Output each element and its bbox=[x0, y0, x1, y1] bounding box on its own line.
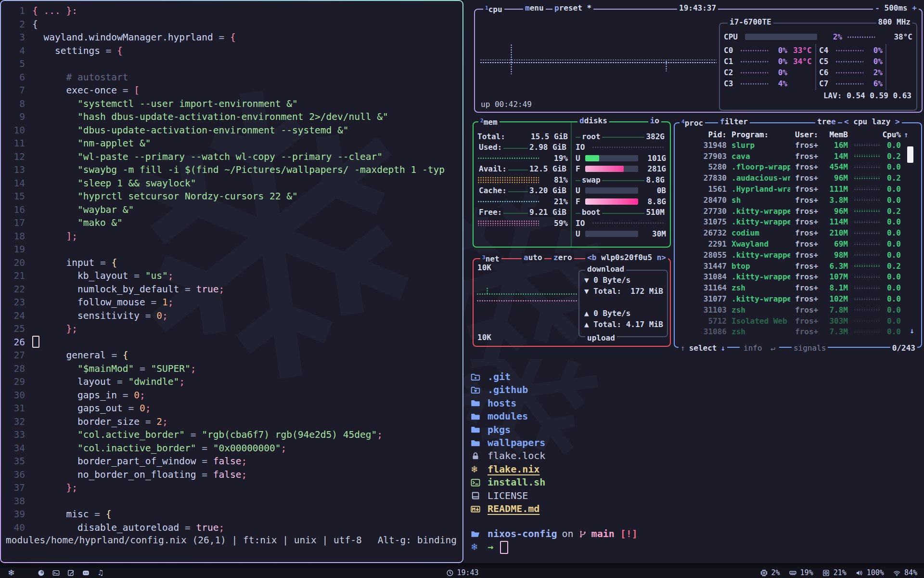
core-temperature: 34°C bbox=[793, 57, 812, 66]
sort-direction-icon[interactable]: ↑ bbox=[904, 130, 909, 139]
code-text: exec-once = [ bbox=[32, 84, 140, 97]
process-row[interactable]: 31086zshfros+7.3M0.0 bbox=[675, 327, 921, 338]
code-text: "mako &" bbox=[32, 216, 123, 230]
code-text: wayland.windowManager.hyprland = { bbox=[32, 31, 236, 44]
notes-icon[interactable] bbox=[66, 568, 75, 577]
file-item: .git bbox=[463, 370, 924, 383]
browser-icon[interactable] bbox=[37, 568, 45, 577]
process-row[interactable]: 31948slurpfros+16M0.0 bbox=[675, 140, 921, 151]
proc-scrollbar[interactable] bbox=[907, 146, 913, 163]
menu-button[interactable]: menu bbox=[523, 3, 546, 13]
taskbar-clock[interactable]: 19:43 bbox=[445, 568, 478, 577]
process-row[interactable]: 26732codiumfros+210M0.0 bbox=[675, 227, 921, 238]
disk-name-row: boot510M bbox=[576, 207, 666, 218]
mem-stat-row: Total:15.5 GiB bbox=[477, 131, 568, 142]
scroll-down-icon[interactable]: ↓ bbox=[910, 326, 914, 335]
io-mode-button[interactable]: io bbox=[648, 116, 661, 125]
process-row[interactable]: 28470shfros+3.8M0.0 bbox=[675, 195, 921, 206]
shell-prompt: nixos-config on main [!] bbox=[463, 527, 924, 540]
process-row[interactable]: 2291Xwaylandfros+69M0.0 bbox=[675, 238, 921, 250]
proc-count: 0/243 bbox=[890, 343, 917, 353]
statusline: modules/home/hyprland/config.nix (26,1) … bbox=[1, 534, 462, 547]
mem-stat-row: Avail:12.5 GiB bbox=[477, 164, 568, 175]
process-row[interactable]: 5280.floorp-wrappefros+454M0.0 bbox=[675, 162, 921, 173]
select-up-icon[interactable]: ↑ bbox=[679, 343, 687, 353]
info-button[interactable]: info ↵ bbox=[740, 343, 779, 353]
net-scale-top: 10K bbox=[477, 263, 491, 272]
discord-icon[interactable] bbox=[81, 568, 90, 577]
net-interface-selector[interactable]: <b wlp0s20f0u5 n> bbox=[585, 253, 668, 262]
code-text: ]; bbox=[32, 230, 77, 243]
process-row[interactable]: 31077.kitty-wrappedfros+102M0.0 bbox=[675, 293, 921, 304]
signals-button[interactable]: signals bbox=[792, 343, 828, 353]
tree-toggle-button[interactable]: tree bbox=[815, 117, 838, 126]
terminal-window[interactable]: ❄ .git.githubhostsmodulespkgswallpapersf… bbox=[463, 359, 924, 563]
code-text: general = { bbox=[32, 349, 128, 362]
mem-meter-row: 19% bbox=[477, 153, 568, 164]
process-row[interactable]: 31075.kitty-wrappedfros+114M0.0 bbox=[675, 217, 921, 228]
code-area[interactable]: 1{ ... }:2{3 wayland.windowManager.hyprl… bbox=[1, 4, 462, 534]
upload-speed: ▲ 0 Byte/s bbox=[584, 309, 630, 318]
net-scale-bottom: 10K bbox=[477, 333, 491, 342]
process-row[interactable]: 31084.kitty-wrappedfros+107M0.0 bbox=[675, 272, 921, 283]
process-row[interactable]: 27903cavafros+14M0.2 bbox=[675, 151, 921, 162]
file-item: install.sh bbox=[463, 476, 924, 489]
editor-pane[interactable]: ❄ 1{ ... }:2{3 wayland.windowManager.hyp… bbox=[1, 1, 462, 562]
btop-window: ❄ 1cpu menu preset * 19:43:37 - 500ms + … bbox=[463, 0, 924, 359]
code-text: settings = { bbox=[32, 44, 123, 58]
line-number: 16 bbox=[1, 203, 32, 217]
cpu-icon bbox=[760, 568, 769, 577]
file-name: .github bbox=[488, 383, 528, 396]
file-name: flake.nix bbox=[488, 463, 539, 476]
net-download-graph bbox=[476, 293, 578, 295]
core-usage-percent: 6% bbox=[863, 79, 883, 88]
cpu-graph-spike bbox=[510, 44, 513, 74]
cpu-model-label: i7-6700TE bbox=[728, 17, 773, 26]
stat-volume: 100% bbox=[855, 568, 884, 577]
process-row[interactable]: 31103zshfros+7.8M0.0 bbox=[675, 304, 921, 315]
nix-menu-icon[interactable]: ❄ bbox=[7, 568, 15, 577]
file-item: pkgs bbox=[463, 423, 924, 436]
core-column-divider bbox=[886, 44, 886, 90]
code-text: "sleep 1 && swaylock" bbox=[32, 177, 196, 190]
github-folder-icon bbox=[471, 385, 483, 395]
preset-button[interactable]: preset * bbox=[552, 3, 593, 13]
process-cpu-graph bbox=[854, 154, 881, 158]
prompt-on-label: on bbox=[562, 527, 574, 540]
cpu-graph-spike bbox=[665, 60, 667, 71]
code-text: sensitivity = 0; bbox=[32, 309, 168, 323]
process-row[interactable]: 31164zshfros+8.1M0.0 bbox=[675, 282, 921, 293]
filter-button[interactable]: filter bbox=[718, 117, 750, 126]
terminal-icon[interactable] bbox=[51, 568, 60, 577]
process-row[interactable]: 5712Isolated Web Cfros+303M0.0 bbox=[675, 315, 921, 327]
taskbar-app-launchers: ❄♫ bbox=[7, 568, 105, 577]
net-panel-title: 3net bbox=[480, 253, 501, 263]
git-branch-icon bbox=[578, 529, 587, 539]
code-text: disable_autoreload = true; bbox=[32, 521, 224, 535]
process-row[interactable]: 1561.Hyprland-wrapfros+111M0.0 bbox=[675, 184, 921, 195]
select-down-icon[interactable]: ↓ bbox=[719, 343, 727, 353]
line-number: 22 bbox=[1, 283, 32, 296]
process-row[interactable]: 27730.kitty-wrappedfros+96M0.2 bbox=[675, 206, 921, 217]
stat-value: 21% bbox=[834, 568, 847, 577]
sort-selector[interactable]: < cpu lazy > bbox=[842, 117, 902, 126]
shell-input-line[interactable]: ❄ → bbox=[463, 540, 924, 553]
update-interval-control[interactable]: - 500ms + bbox=[873, 3, 919, 13]
process-row[interactable]: 27830.audacious-wrafros+96M0.2 bbox=[675, 172, 921, 184]
net-auto-button[interactable]: auto bbox=[522, 253, 544, 262]
process-row[interactable]: 31447btopfros+6.3M0.2 bbox=[675, 261, 921, 272]
code-text: no_border_on_floating = false; bbox=[32, 468, 247, 482]
line-number: 32 bbox=[1, 415, 32, 429]
line-number: 8 bbox=[1, 97, 32, 111]
file-name: wallpapers bbox=[488, 436, 545, 449]
net-zero-button[interactable]: zero bbox=[552, 253, 574, 262]
cpu-frequency: 800 MHz bbox=[876, 17, 912, 26]
shell-icon bbox=[471, 478, 483, 487]
stat-value: 84% bbox=[904, 568, 917, 577]
code-text: }; bbox=[32, 481, 77, 495]
music-icon[interactable]: ♫ bbox=[96, 568, 105, 577]
taskbar-time: 19:43 bbox=[457, 568, 478, 577]
core-usage-percent: 0% bbox=[768, 68, 787, 77]
line-number: 14 bbox=[1, 177, 32, 190]
process-row[interactable]: 28055.kitty-wrappedfros+98M0.0 bbox=[675, 250, 921, 261]
